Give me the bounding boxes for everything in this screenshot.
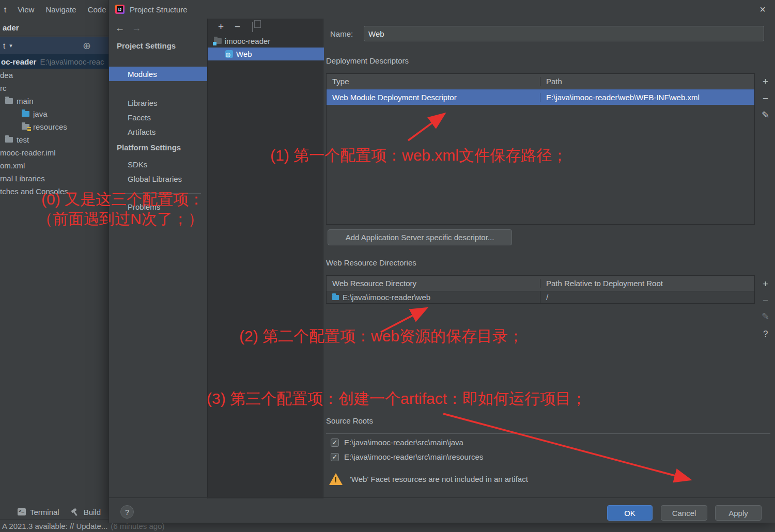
dialog-help-button[interactable]: ? (120, 505, 134, 519)
remove-module-icon[interactable]: − (235, 22, 240, 32)
web-folder-icon (332, 295, 339, 300)
help-icon[interactable]: ? (763, 330, 768, 338)
table-row[interactable]: Web Module Deployment Descriptor E:\java… (327, 89, 754, 105)
project-root-row[interactable]: oc-reader E:\java\imooc-reac (0, 54, 109, 69)
remove-web-resource-icon[interactable]: − (763, 295, 768, 305)
menu-item-view[interactable]: View (18, 5, 34, 14)
folder-icon (5, 137, 13, 143)
name-input[interactable]: Web (364, 26, 764, 41)
toolwindow-bar: Terminal Build (0, 505, 109, 519)
column-type: Type (327, 77, 540, 86)
remove-descriptor-icon[interactable]: − (763, 93, 768, 103)
web-facet-icon (225, 50, 233, 58)
project-pane-header: t ▾ ⊕ (0, 37, 109, 54)
back-icon[interactable]: ← (115, 23, 125, 34)
source-roots-section: Source Roots (326, 416, 770, 425)
source-root-row: ✓ E:\java\imooc-reader\src\main\resource… (331, 452, 483, 461)
footer-divider (109, 497, 775, 498)
facet-warning: 'Web' Facet resources are not included i… (329, 473, 528, 485)
tree-item-resources[interactable]: resources (0, 120, 109, 133)
tree-item-iml[interactable]: mooc-reader.iml (0, 146, 109, 159)
module-folder-icon (214, 38, 222, 44)
name-label: Name: (330, 29, 353, 38)
build-hammer-icon (71, 508, 80, 516)
tree-item-external-libraries[interactable]: rnal Libraries (0, 172, 109, 185)
web-resource-table: Web Resource Directory Path Relative to … (326, 275, 755, 304)
sidebar-item-global-libraries[interactable]: Global Libraries (109, 171, 207, 186)
intellij-logo-icon (115, 5, 125, 14)
tree-item-test[interactable]: test (0, 133, 109, 146)
folder-icon (5, 98, 13, 104)
add-descriptor-icon[interactable]: + (763, 76, 768, 86)
copy-module-icon[interactable] (252, 22, 253, 32)
dialog-title: Project Structure (130, 5, 188, 14)
tree-item-main[interactable]: main (0, 95, 109, 107)
sidebar-section-project-settings: Project Settings (117, 41, 176, 50)
screen: t View Navigate Code ader t ▾ ⊕ oc-reade… (0, 0, 775, 532)
build-tab[interactable]: Build (84, 508, 101, 517)
menu-item-edit-partial[interactable]: t (4, 5, 6, 14)
warning-icon (329, 473, 343, 485)
source-folder-icon (22, 111, 29, 117)
menu-item-navigate[interactable]: Navigate (45, 5, 76, 14)
tree-item-pom[interactable]: om.xml (0, 159, 109, 172)
apply-button[interactable]: Apply (715, 505, 762, 521)
locate-file-icon[interactable]: ⊕ (83, 40, 91, 52)
module-tree-web-facet[interactable]: Web (208, 48, 324, 60)
web-resource-directories-section: Web Resource Directories (326, 258, 770, 267)
annotation-note-2: (2) 第二个配置项：web资源的保存目录； (239, 326, 523, 347)
terminal-icon (18, 508, 26, 515)
annotation-note-1: (1) 第一个配置项：web.xml文件保存路径； (270, 145, 567, 166)
annotation-note-0-line-2: （前面遇到过N次了；） (37, 209, 204, 230)
checkbox-checked-icon[interactable]: ✓ (331, 453, 339, 461)
project-view-selector[interactable]: t (3, 41, 5, 50)
background-project-tree: dea rc main java resources test mooc-rea… (0, 69, 109, 198)
column-web-resource-directory: Web Resource Directory (327, 279, 540, 288)
close-icon[interactable]: × (756, 4, 769, 15)
annotation-note-3: (3) 第三个配置项：创建一个artifact：即如何运行项目； (207, 388, 586, 410)
add-app-server-descriptor-button[interactable]: Add Application Server specific descript… (328, 229, 512, 245)
sidebar-item-artifacts[interactable]: Artifacts (109, 124, 207, 139)
sidebar-item-sdks[interactable]: SDKs (109, 157, 207, 171)
resources-folder-icon (22, 124, 29, 130)
checkbox-checked-icon[interactable]: ✓ (331, 439, 339, 447)
ok-button[interactable]: OK (607, 505, 653, 521)
menu-bar: t View Navigate Code (0, 0, 109, 19)
menu-item-code[interactable]: Code (88, 5, 106, 14)
column-path: Path (540, 77, 754, 86)
tree-item-java[interactable]: java (0, 107, 109, 120)
sidebar-section-platform-settings: Platform Settings (117, 143, 181, 152)
deployment-table-header: Type Path (327, 74, 754, 89)
status-update-text[interactable]: A 2021.3 available: // Update... (2, 522, 107, 530)
chevron-down-icon[interactable]: ▾ (9, 42, 12, 49)
source-roots-divider (326, 433, 770, 434)
terminal-tab[interactable]: Terminal (30, 508, 59, 517)
add-web-resource-icon[interactable]: + (763, 279, 768, 289)
table-row[interactable]: E:\java\imooc-reader\web / (327, 291, 754, 304)
dialog-sidebar: ← → Project Settings Project Modules Lib… (109, 19, 207, 498)
status-update-age: (6 minutes ago) (111, 522, 164, 530)
annotation-note-0-line-1: (0) 又是这三个配置项： (41, 189, 204, 210)
tree-item-idea[interactable]: dea (0, 69, 109, 82)
forward-icon[interactable]: → (132, 23, 141, 34)
web-resource-table-header: Web Resource Directory Path Relative to … (327, 276, 754, 291)
deployment-descriptors-section: Deployment Descriptors (326, 56, 770, 65)
module-tree-panel: + − imooc-reader Web (207, 19, 323, 498)
dialog-title-bar: Project Structure × (109, 0, 775, 19)
module-tree-root[interactable]: imooc-reader (208, 34, 324, 48)
cancel-button[interactable]: Cancel (661, 505, 707, 521)
sidebar-item-facets[interactable]: Facets (109, 110, 207, 124)
facet-editor: Name: Web Deployment Descriptors Type Pa… (323, 19, 775, 498)
edit-descriptor-icon[interactable]: ✎ (762, 111, 769, 120)
sidebar-item-modules[interactable]: Modules (109, 67, 207, 81)
source-root-row: ✓ E:\java\imooc-reader\src\main\java (331, 438, 463, 447)
tree-item-src[interactable]: rc (0, 82, 109, 95)
project-toolwindow-title: ader (0, 20, 109, 36)
edit-web-resource-icon[interactable]: ✎ (762, 312, 769, 321)
column-path-relative: Path Relative to Deployment Root (540, 279, 754, 288)
add-module-icon[interactable]: + (218, 22, 224, 32)
sidebar-item-libraries[interactable]: Libraries (109, 96, 207, 110)
project-structure-dialog: Project Structure × ← → Project Settings… (109, 0, 775, 523)
